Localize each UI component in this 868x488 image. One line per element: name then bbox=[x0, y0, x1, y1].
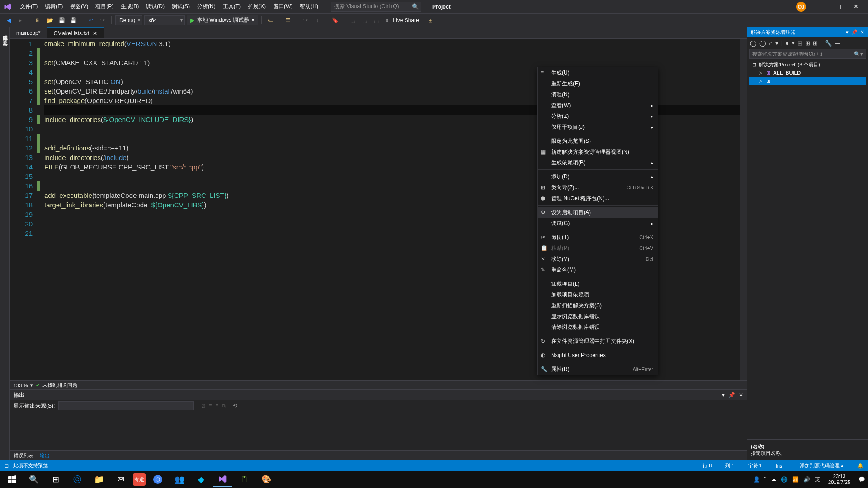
toolbar-icon-2[interactable]: ☰ bbox=[283, 15, 293, 25]
explorer-icon[interactable]: 📁 bbox=[90, 472, 108, 487]
problems-status[interactable]: 未找到相关问题 bbox=[42, 382, 77, 389]
se-icon-11[interactable]: — bbox=[835, 40, 840, 47]
menu-生成(B)[interactable]: 生成(B) bbox=[117, 1, 142, 12]
ctx-清除浏览数据库错误[interactable]: 清除浏览数据库错误 bbox=[538, 322, 658, 333]
feedback-icon[interactable]: ⊞ bbox=[425, 15, 435, 25]
zoom-level[interactable]: 133 % bbox=[14, 383, 28, 388]
se-home-icon[interactable]: ⌂ bbox=[769, 40, 773, 47]
ctx-显示浏览数据库错误[interactable]: 显示浏览数据库错误 bbox=[538, 311, 658, 322]
search-button[interactable]: 🔍 bbox=[24, 472, 43, 487]
ctx-类向导(Z)...[interactable]: ⊞类向导(Z)...Ctrl+Shift+X bbox=[538, 182, 658, 193]
menu-视图(V)[interactable]: 视图(V) bbox=[66, 1, 92, 12]
scrollbar[interactable] bbox=[740, 39, 747, 380]
output-close-icon[interactable]: ✕ bbox=[739, 392, 743, 398]
ctx-新建解决方案资源管理器视图(N)[interactable]: ▦新建解决方案资源管理器视图(N) bbox=[538, 146, 658, 157]
ctx-生成(U)[interactable]: ≡生成(U) bbox=[538, 67, 658, 78]
ctx-查看(W)[interactable]: 查看(W)▸ bbox=[538, 100, 658, 111]
se-icon-8[interactable]: ⊞ bbox=[805, 40, 810, 47]
toolbox-tab[interactable]: 工具箱 bbox=[0, 34, 9, 40]
ctx-调试(G)[interactable]: 调试(G)▸ bbox=[538, 218, 658, 229]
toolbar-icon-4[interactable]: ⬚ bbox=[359, 15, 369, 25]
tray-vol-icon[interactable]: 🔊 bbox=[803, 476, 810, 483]
solution-root[interactable]: ⊟ 解决方案'Project' (3 个项目) bbox=[749, 61, 866, 69]
ctx-卸载项目(L)[interactable]: 卸载项目(L) bbox=[538, 278, 658, 289]
redo-icon[interactable]: ↷ bbox=[98, 15, 108, 25]
menu-调试(D)[interactable]: 调试(D) bbox=[142, 1, 168, 12]
open-icon[interactable]: 📂 bbox=[45, 15, 55, 25]
output-icon-2[interactable]: ≡ bbox=[208, 403, 212, 409]
ctx-在文件资源管理器中打开文件夹(X)[interactable]: ↻在文件资源管理器中打开文件夹(X) bbox=[538, 336, 658, 347]
ctx-属性(R)[interactable]: 🔧属性(R)Alt+Enter bbox=[538, 364, 658, 375]
se-fwd-icon[interactable]: ◯ bbox=[760, 40, 766, 47]
teams-icon[interactable]: 👥 bbox=[170, 472, 189, 487]
new-file-icon[interactable]: 🗎 bbox=[33, 15, 43, 25]
se-icon-7[interactable]: ⊞ bbox=[797, 40, 802, 47]
ctx-剪切(T)[interactable]: ✂剪切(T)Ctrl+X bbox=[538, 232, 658, 243]
tray-clock[interactable]: 23:13 2019/7/25 bbox=[828, 474, 850, 485]
close-button[interactable]: ✕ bbox=[847, 3, 864, 11]
ctx-重新扫描解决方案(S)[interactable]: 重新扫描解决方案(S) bbox=[538, 300, 658, 311]
menu-工具(T)[interactable]: 工具(T) bbox=[219, 1, 244, 12]
tray-ime[interactable]: 英 bbox=[815, 476, 820, 483]
tray-net-icon[interactable]: 🌐 bbox=[781, 476, 788, 483]
toolbar-icon-3[interactable]: ⬚ bbox=[348, 15, 358, 25]
ctx-移除(V)[interactable]: ✕移除(V)Del bbox=[538, 253, 658, 264]
ctx-重新生成(E)[interactable]: 重新生成(E) bbox=[538, 78, 658, 89]
run-button[interactable]: ▶本地 Windows 调试器▾ bbox=[187, 15, 258, 25]
se-icon-6[interactable]: ▾ bbox=[792, 40, 795, 47]
output-icon-1[interactable]: ⎚ bbox=[202, 403, 205, 409]
notif-icon[interactable]: 🔔 bbox=[857, 463, 863, 469]
tray-people-icon[interactable]: 👤 bbox=[753, 476, 760, 483]
toolbar-icon-5[interactable]: ⬚ bbox=[371, 15, 381, 25]
chrome-icon[interactable] bbox=[148, 472, 167, 487]
menu-项目(P)[interactable]: 项目(P) bbox=[92, 1, 117, 12]
config-combo[interactable]: Debug bbox=[115, 15, 142, 25]
server-explorer-tab[interactable]: 服务器资源管理器 bbox=[0, 29, 9, 34]
live-share-button[interactable]: Live Share bbox=[393, 17, 419, 23]
save-icon[interactable]: 💾 bbox=[57, 15, 66, 25]
output-dropdown-icon[interactable]: ▾ bbox=[722, 392, 725, 398]
tab-close-icon[interactable]: ✕ bbox=[93, 30, 97, 37]
ctx-添加(D)[interactable]: 添加(D)▸ bbox=[538, 171, 658, 182]
platform-combo[interactable]: x64 bbox=[144, 15, 185, 25]
se-icon-4[interactable]: ▾ bbox=[775, 40, 778, 47]
status-scm[interactable]: ↑ 添加到源代码管理 ▴ bbox=[796, 462, 844, 469]
menu-窗口(W)[interactable]: 窗口(W) bbox=[269, 1, 296, 12]
panel-dropdown-icon[interactable]: ▾ bbox=[846, 29, 849, 35]
error-list-tab[interactable]: 错误列表 bbox=[14, 452, 33, 459]
tray-notif-icon[interactable]: 💬 bbox=[859, 476, 865, 483]
ctx-管理 NuGet 程序包(N)...[interactable]: ⬢管理 NuGet 程序包(N)... bbox=[538, 193, 658, 204]
search-box[interactable]: 搜索 Visual Studio (Ctrl+Q) 🔍 bbox=[331, 2, 421, 12]
start-button[interactable] bbox=[3, 472, 22, 487]
se-back-icon[interactable]: ◯ bbox=[750, 40, 757, 47]
ctx-设为启动项目(A)[interactable]: ⚙设为启动项目(A) bbox=[538, 207, 658, 218]
menu-测试(S)[interactable]: 测试(S) bbox=[168, 1, 193, 12]
undo-icon[interactable]: ↶ bbox=[86, 15, 96, 25]
tray-wifi-icon[interactable]: 📶 bbox=[792, 476, 799, 483]
solution-search[interactable]: 搜索解决方案资源管理器(Ctrl+;) 🔍▾ bbox=[749, 49, 866, 59]
maximize-button[interactable]: ◻ bbox=[830, 3, 847, 11]
tab-main.cpp*[interactable]: main.cpp* bbox=[10, 27, 47, 38]
menu-分析(N)[interactable]: 分析(N) bbox=[193, 1, 219, 12]
ctx-限定为此范围(S)[interactable]: 限定为此范围(S) bbox=[538, 136, 658, 146]
ctx-重命名(M)[interactable]: ✎重命名(M) bbox=[538, 264, 658, 275]
nav-back-icon[interactable]: ◀ bbox=[4, 15, 14, 25]
step-over-icon[interactable]: ↷ bbox=[301, 15, 311, 25]
toolbar-icon-1[interactable]: 🏷 bbox=[265, 15, 275, 25]
panel-pin-icon[interactable]: 📌 bbox=[851, 29, 858, 35]
output-icon-5[interactable]: ⟲ bbox=[233, 403, 237, 409]
output-source-combo[interactable] bbox=[58, 401, 194, 410]
panel-close-icon[interactable]: ✕ bbox=[860, 29, 864, 35]
ctx-清理(N)[interactable]: 清理(N) bbox=[538, 89, 658, 100]
edge-icon[interactable]: ⓔ bbox=[68, 472, 87, 487]
step-into-icon[interactable]: ↓ bbox=[312, 15, 322, 25]
tree-item-all-build[interactable]: ▷ ⊞ ALL_BUILD bbox=[749, 69, 866, 77]
app-icon-3[interactable]: 🗒 bbox=[235, 472, 254, 487]
tab-CMakeLists.txt[interactable]: CMakeLists.txt✕ bbox=[47, 27, 104, 38]
ctx-仅用于项目(J)[interactable]: 仅用于项目(J)▸ bbox=[538, 122, 658, 132]
output-icon-3[interactable]: ≡ bbox=[215, 403, 218, 409]
bookmark-icon[interactable]: 🔖 bbox=[330, 15, 340, 25]
ctx-加载项目依赖项[interactable]: 加载项目依赖项 bbox=[538, 289, 658, 300]
tray-up-icon[interactable]: ˆ bbox=[764, 476, 766, 483]
app-icon-4[interactable]: 🎨 bbox=[257, 472, 276, 487]
